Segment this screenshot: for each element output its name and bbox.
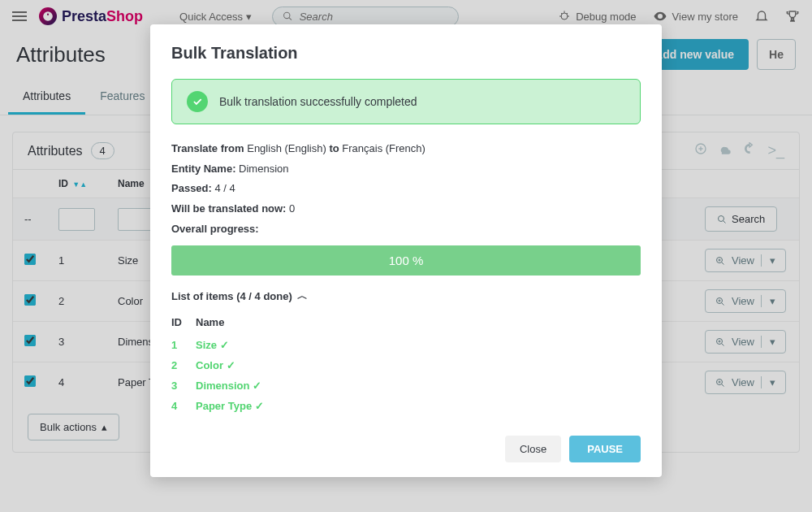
- item-row: 2Color✓: [171, 355, 641, 375]
- check-circle-icon: [187, 91, 208, 112]
- check-icon: ✓: [227, 359, 235, 371]
- translation-info: Translate from English (English) to Fran…: [171, 139, 641, 239]
- chevron-up-icon: ︿: [297, 289, 308, 303]
- modal-title: Bulk Translation: [171, 44, 641, 63]
- list-toggle[interactable]: List of items (4 / 4 done) ︿: [171, 289, 641, 303]
- item-row: 1Size✓: [171, 335, 641, 355]
- check-icon: ✓: [255, 400, 264, 412]
- success-alert: Bulk translation successfully completed: [171, 79, 641, 124]
- item-row: 3Dimension✓: [171, 375, 641, 396]
- close-button[interactable]: Close: [505, 436, 561, 462]
- progress-bar: 100 %: [171, 245, 641, 276]
- item-row: 4Paper Type✓: [171, 396, 641, 416]
- items-table: ID Name 1Size✓ 2Color✓ 3Dimension✓ 4Pape…: [171, 313, 641, 416]
- bulk-translation-modal: Bulk Translation Bulk translation succes…: [150, 24, 662, 477]
- pause-button[interactable]: PAUSE: [569, 436, 641, 462]
- alert-text: Bulk translation successfully completed: [219, 95, 417, 108]
- check-icon: ✓: [253, 380, 261, 392]
- modal-overlay[interactable]: Bulk Translation Bulk translation succes…: [0, 0, 812, 512]
- check-icon: ✓: [220, 339, 229, 351]
